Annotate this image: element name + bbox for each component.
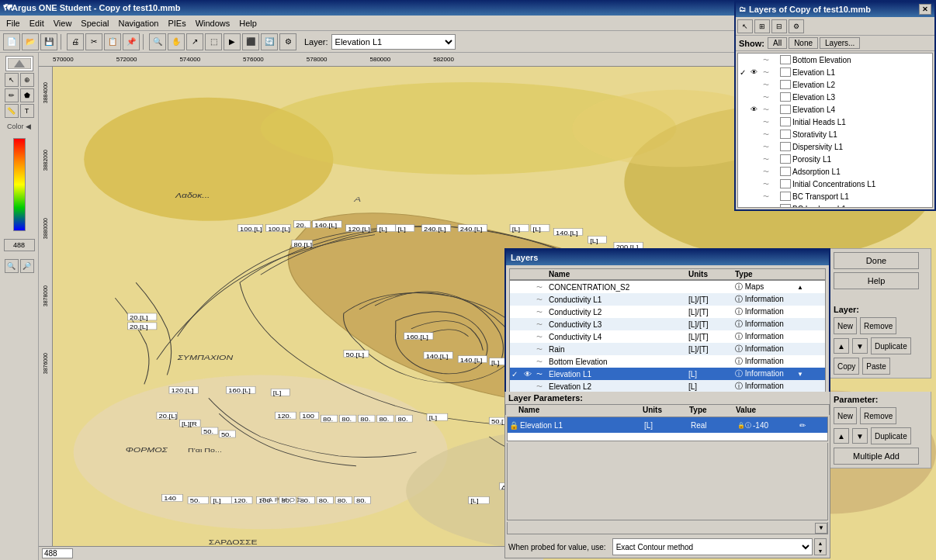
refresh-tool[interactable]: 🔄 xyxy=(261,33,278,50)
lt-row-conductivity-l1[interactable]: 〜 Conductivity L1 [L]/[T] ⓘ Information xyxy=(510,293,825,306)
copy-tool[interactable]: 📋 xyxy=(104,33,121,50)
lt-row-conductivity-l4[interactable]: 〜 Conductivity L4 [L]/[T] ⓘ Information xyxy=(510,330,825,343)
svg-text:120.[L]: 120.[L] xyxy=(348,226,370,233)
select-tool[interactable]: ⬚ xyxy=(205,33,222,50)
param-up-button[interactable]: ▲ xyxy=(834,428,849,444)
layers-panel-close[interactable]: ✕ xyxy=(919,4,931,15)
run-tool[interactable]: ▶ xyxy=(224,33,241,50)
layers-table[interactable]: 〜 CONCENTRATION_S2 ⓘ Maps ▲ 〜 Conductivi… xyxy=(509,280,826,400)
lt-row-bottom-elevation[interactable]: 〜 Bottom Elevation ⓘ Information xyxy=(510,355,825,368)
layer-up-button[interactable]: ▲ xyxy=(834,338,849,354)
layer-row-adsorption-l1[interactable]: 〜 Adsorption L1 xyxy=(738,165,932,178)
params-row[interactable]: 🔒 Elevation L1 [L] Real 🔒ⓘ -140 ✏ xyxy=(508,417,827,433)
layer-row-bc-leakage-l1[interactable]: 〜 BC Leakage L1 xyxy=(738,202,932,208)
pointer-tool[interactable]: ↖ xyxy=(5,73,19,87)
menu-file[interactable]: File xyxy=(2,17,25,29)
param-edit-icon[interactable]: ✏ xyxy=(799,421,816,430)
spinner-down[interactable]: ▼ xyxy=(818,548,823,554)
menu-special[interactable]: Special xyxy=(76,17,113,29)
spinner-up[interactable]: ▲ xyxy=(818,541,823,546)
zoom-in-tool[interactable]: 🔍 xyxy=(5,259,19,273)
menu-navigation[interactable]: Navigation xyxy=(113,17,163,29)
print-tool[interactable]: 🖨 xyxy=(67,33,84,50)
open-tool[interactable]: 📂 xyxy=(22,33,39,50)
show-none-button[interactable]: None xyxy=(789,37,818,49)
settings-tool[interactable]: ⚙ xyxy=(279,33,296,50)
zoom-out-tool[interactable]: 🔎 xyxy=(20,259,34,273)
lt-row-rain[interactable]: 〜 Rain [L]/[T] ⓘ Information xyxy=(510,343,825,355)
param-down-button[interactable]: ▼ xyxy=(852,428,868,444)
layer-row-dispersivity-l1[interactable]: 〜 Dispersivity L1 xyxy=(738,140,932,153)
probe-method-select[interactable]: Exact Contour method Linear interpolatio… xyxy=(612,538,813,555)
svg-text:[L]: [L] xyxy=(273,390,281,396)
done-button[interactable]: Done xyxy=(834,252,919,269)
layer-row-bottom-elevation[interactable]: 〜 Bottom Elevation xyxy=(738,54,932,66)
paste-tool[interactable]: 📌 xyxy=(123,33,140,50)
param-new-button[interactable]: New xyxy=(834,407,857,424)
crosshair-tool[interactable]: ⊕ xyxy=(20,73,34,87)
text-tool[interactable]: T xyxy=(20,104,34,118)
lt-row-conductivity-l2[interactable]: 〜 Conductivity L2 [L]/[T] ⓘ Information xyxy=(510,306,825,318)
layer-icon xyxy=(780,130,791,139)
layer-row-porosity-l1[interactable]: 〜 Porosity L1 xyxy=(738,153,932,165)
menu-view[interactable]: View xyxy=(49,17,77,29)
param-remove-button[interactable]: Remove xyxy=(860,407,896,424)
layer-row-storativity-l1[interactable]: 〜 Storativity L1 xyxy=(738,128,932,140)
menu-edit[interactable]: Edit xyxy=(25,17,49,29)
layer-new-button[interactable]: New xyxy=(834,317,857,334)
scroll-down-btn[interactable]: ▼ xyxy=(815,523,827,534)
layer-row-initial-conc-l1[interactable]: 〜 Initial Concentrations L1 xyxy=(738,178,932,190)
layers-tool3[interactable]: ⊟ xyxy=(771,19,787,33)
lt-name: Elevation L1 xyxy=(549,370,688,379)
layer-icon xyxy=(780,204,791,208)
lt-name: CONCENTRATION_S2 xyxy=(549,283,688,292)
params-table[interactable]: 🔒 Elevation L1 [L] Real 🔒ⓘ -140 ✏ xyxy=(507,417,828,441)
layer-section-label: Layer: xyxy=(834,305,927,314)
pencil-tool[interactable]: ✏ xyxy=(5,88,19,102)
layers-list[interactable]: 〜 Bottom Elevation ✓ 👁 〜 Elevation L1 〜 … xyxy=(737,53,933,208)
lt-row-elevation-l2[interactable]: 〜 Elevation L2 [L] ⓘ Information xyxy=(510,380,825,392)
layer-row-elevation-l3[interactable]: 〜 Elevation L3 xyxy=(738,91,932,103)
polygon-tool[interactable]: ⬟ xyxy=(20,88,34,102)
lt-row-conductivity-l3[interactable]: 〜 Conductivity L3 [L]/[T] ⓘ Information xyxy=(510,318,825,330)
layer-row-elevation-l1[interactable]: ✓ 👁 〜 Elevation L1 xyxy=(738,66,932,78)
layers-tool2[interactable]: ⊞ xyxy=(754,19,770,33)
menu-pies[interactable]: PIEs xyxy=(163,17,190,29)
layer-row-initial-heads-l1[interactable]: 〜 Initial Heads L1 xyxy=(738,116,932,128)
lt-wave: 〜 xyxy=(536,283,549,292)
lt-row-concentration[interactable]: 〜 CONCENTRATION_S2 ⓘ Maps ▲ xyxy=(510,281,825,293)
layer-paste-button[interactable]: Paste xyxy=(862,358,890,375)
lt-row-elevation-l1[interactable]: ✓ 👁 〜 Elevation L1 [L] ⓘ Information ▼ xyxy=(510,368,825,380)
arrow-tool[interactable]: ↗ xyxy=(186,33,203,50)
help-button[interactable]: Help xyxy=(834,272,919,289)
new-tool[interactable]: 📄 xyxy=(3,33,20,50)
layer-dropdown[interactable]: Elevation L1 xyxy=(331,34,456,50)
stop-tool[interactable]: ⬛ xyxy=(242,33,259,50)
show-layers-button[interactable]: Layers... xyxy=(820,37,860,49)
layer-row-elevation-l4[interactable]: 👁 〜 Elevation L4 xyxy=(738,103,932,116)
layer-row-bc-transport-l1[interactable]: 〜 BC Transport L1 xyxy=(738,190,932,202)
layers-tool1[interactable]: ↖ xyxy=(737,19,753,33)
layer-copy-button[interactable]: Copy xyxy=(834,358,859,375)
wave-icon: 〜 xyxy=(763,118,778,126)
measure-tool[interactable]: 📏 xyxy=(5,104,19,118)
zoom-tool[interactable]: 🔍 xyxy=(149,33,166,50)
save-tool[interactable]: 💾 xyxy=(40,33,57,50)
hand-tool[interactable]: ✋ xyxy=(168,33,185,50)
pcol-units: Units xyxy=(643,406,689,414)
layers-tool4[interactable]: ⚙ xyxy=(789,19,804,33)
svg-text:100.[L]: 100.[L] xyxy=(268,226,290,233)
layer-row-elevation-l2[interactable]: 〜 Elevation L2 xyxy=(738,78,932,91)
lt-scroll-indicator: ▲ xyxy=(797,284,813,291)
layer-remove-button[interactable]: Remove xyxy=(860,317,896,334)
param-duplicate-button[interactable]: Duplicate xyxy=(871,427,911,444)
params-scrollbar[interactable]: ▼ xyxy=(507,522,828,534)
probe-spinner[interactable]: ▲ ▼ xyxy=(814,538,827,555)
cut-tool[interactable]: ✂ xyxy=(85,33,102,50)
menu-help[interactable]: Help xyxy=(234,17,262,29)
layer-duplicate-button[interactable]: Duplicate xyxy=(871,337,911,354)
layer-down-button[interactable]: ▼ xyxy=(852,338,868,354)
multiple-add-button[interactable]: Multiple Add xyxy=(834,448,919,465)
menu-windows[interactable]: Windows xyxy=(191,17,235,29)
show-all-button[interactable]: All xyxy=(768,37,787,49)
